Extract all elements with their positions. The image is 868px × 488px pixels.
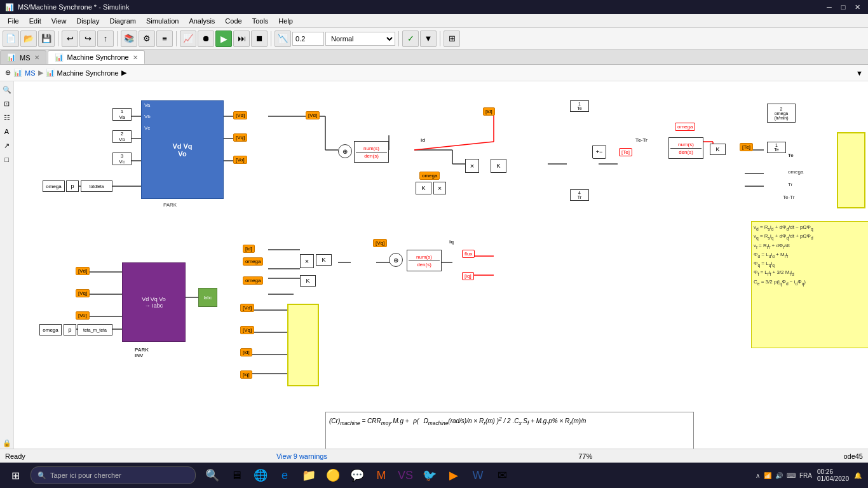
- breadcrumb-sep: ▶: [38, 69, 43, 77]
- up-button[interactable]: ↑: [97, 30, 114, 47]
- id-label: id: [421, 137, 425, 143]
- tray-volume: 🔊: [775, 472, 783, 479]
- breadcrumb-machine: Machine Synchrone: [57, 69, 119, 77]
- menubar: File Edit View Display Diagram Simulatio…: [0, 14, 868, 28]
- menu-edit[interactable]: Edit: [24, 16, 46, 26]
- app-icon: 📊: [5, 3, 14, 11]
- fit-button[interactable]: ⊡: [1, 98, 13, 109]
- tf-te-tr: num(s) den(s): [668, 137, 703, 159]
- te-tr-text: Te-Tr: [783, 194, 794, 200]
- hide-button[interactable]: 🔒: [1, 437, 13, 449]
- arrow-button[interactable]: ↗: [1, 140, 13, 151]
- task-vlc-icon[interactable]: ▶: [444, 465, 464, 485]
- undo-button[interactable]: ↩: [62, 30, 78, 47]
- menu-help[interactable]: Help: [273, 16, 298, 26]
- task-files-icon[interactable]: 📁: [299, 465, 319, 485]
- notification-icon[interactable]: 🔔: [854, 472, 862, 479]
- port-te-out2: 1Te: [767, 142, 786, 153]
- menu-code[interactable]: Code: [220, 16, 247, 26]
- tab-machine[interactable]: 📊 Machine Synchrone ✕: [48, 50, 145, 64]
- check-more[interactable]: ▼: [420, 30, 437, 47]
- close-button[interactable]: ✕: [851, 2, 863, 12]
- svg-line-17: [414, 142, 494, 150]
- menu-tools[interactable]: Tools: [247, 16, 274, 26]
- task-search-icon[interactable]: 🔍: [202, 465, 222, 485]
- step-button[interactable]: ⏭: [233, 30, 250, 47]
- tab-machine-icon: 📊: [55, 53, 64, 62]
- play-button[interactable]: ▶: [215, 30, 232, 47]
- status-warnings[interactable]: View 9 warnings: [276, 452, 327, 460]
- k-block-2: K: [416, 182, 431, 194]
- task-mail-icon[interactable]: ✉: [492, 465, 512, 485]
- task-vs-icon[interactable]: VS: [395, 465, 416, 485]
- task-vd-icon[interactable]: 🖥: [226, 465, 247, 485]
- mult-bottom: ×: [300, 254, 314, 268]
- tab-machine-close[interactable]: ✕: [133, 54, 138, 61]
- open-button[interactable]: 📂: [20, 30, 37, 47]
- tray-expand[interactable]: ∧: [756, 472, 760, 479]
- menu-file[interactable]: File: [3, 16, 24, 26]
- start-button[interactable]: ⊞: [3, 464, 28, 487]
- more1-button[interactable]: ≡: [156, 30, 173, 47]
- signal-button[interactable]: 📈: [180, 30, 196, 47]
- record-button[interactable]: ⏺: [198, 30, 214, 47]
- maximize-button[interactable]: □: [837, 2, 849, 12]
- tf-id: num(s) den(s): [354, 141, 389, 163]
- titlebar-left: 📊 MS/Machine Synchrone * - Simulink: [5, 3, 129, 11]
- scope-block[interactable]: [837, 132, 865, 208]
- sep6: [440, 31, 440, 46]
- task-bird-icon[interactable]: 🐦: [419, 465, 440, 485]
- task-matlab-icon[interactable]: M: [371, 465, 391, 485]
- k-block-top: K: [491, 159, 506, 173]
- task-word-icon[interactable]: W: [468, 465, 488, 485]
- menu-simulation[interactable]: Simulation: [141, 16, 184, 26]
- menu-diagram[interactable]: Diagram: [104, 16, 141, 26]
- tab-ms-close[interactable]: ✕: [34, 54, 39, 61]
- breadcrumb-expand: ⊕: [5, 69, 11, 77]
- palette-button[interactable]: ☷: [1, 112, 13, 123]
- park-inv-label: PARKINV: [135, 347, 149, 358]
- stop-button[interactable]: ⏹: [251, 30, 268, 47]
- titlebar: 📊 MS/Machine Synchrone * - Simulink ─ □ …: [0, 0, 868, 14]
- status-solver: ode45: [843, 452, 863, 460]
- scope-bottom[interactable]: [287, 304, 319, 386]
- task-img-icon[interactable]: 🟡: [323, 465, 343, 485]
- scope-button[interactable]: 📉: [275, 30, 291, 47]
- te-tr-label: Te-Tr: [635, 137, 648, 143]
- task-whatsapp-icon[interactable]: 💬: [347, 465, 367, 485]
- menu-analysis[interactable]: Analysis: [184, 16, 220, 26]
- minimize-button[interactable]: ─: [824, 2, 835, 12]
- tabbar: 📊 MS ✕ 📊 Machine Synchrone ✕: [0, 50, 868, 65]
- id-in-bottom: [id]: [243, 245, 255, 253]
- task-edge-icon[interactable]: e: [275, 465, 295, 485]
- canvas[interactable]: 1Va 2Vb 3Vc omega p totdleta Va Vb Vc Vd…: [14, 81, 868, 474]
- font-button[interactable]: A: [1, 126, 13, 137]
- iq-red-label: [iq]: [462, 272, 474, 280]
- library-button[interactable]: 📚: [121, 30, 137, 47]
- box-button[interactable]: □: [1, 154, 13, 165]
- toolbar: 📄 📂 💾 ↩ ↪ ↑ 📚 ⚙ ≡ 📈 ⏺ ▶ ⏭ ⏹ 📉 Normal Acc…: [0, 28, 868, 50]
- save-button[interactable]: 💾: [38, 30, 55, 47]
- redo-button[interactable]: ↪: [79, 30, 96, 47]
- menu-view[interactable]: View: [46, 16, 72, 26]
- sim-time-input[interactable]: [292, 32, 324, 46]
- sep5: [398, 31, 399, 46]
- check-button[interactable]: ✓: [402, 30, 419, 47]
- task-right: ∧ 📶 🔊 ⌨ FRA 00:26 01/04/2020 🔔: [756, 468, 865, 482]
- task-chrome-icon[interactable]: 🌐: [250, 465, 271, 485]
- menu-display[interactable]: Display: [71, 16, 104, 26]
- task-icons: 🔍 🖥 🌐 e 📁 🟡 💬 M VS 🐦 ▶ W ✉: [198, 465, 516, 485]
- titlebar-controls: ─ □ ✕: [824, 2, 863, 12]
- breadcrumb-arrow: ▶: [121, 69, 126, 77]
- breadcrumb-ms[interactable]: MS: [25, 69, 36, 77]
- breadcrumb: ⊕ 📊 MS ▶ 📊 Machine Synchrone ▶ ▼: [0, 65, 868, 81]
- task-search[interactable]: 🔍 Taper ici pour chercher: [31, 466, 196, 484]
- grid-button[interactable]: ⊞: [444, 30, 460, 47]
- tf-iq: num(s) den(s): [407, 250, 442, 271]
- sim-mode-select[interactable]: Normal Accelerator Rapid Accelerator: [325, 32, 395, 46]
- new-button[interactable]: 📄: [3, 30, 19, 47]
- settings-button[interactable]: ⚙: [139, 30, 155, 47]
- vd-bottom-in: [Vd]: [240, 304, 254, 312]
- tab-ms[interactable]: 📊 MS ✕: [0, 50, 46, 64]
- zoom-in-button[interactable]: 🔍: [1, 84, 13, 95]
